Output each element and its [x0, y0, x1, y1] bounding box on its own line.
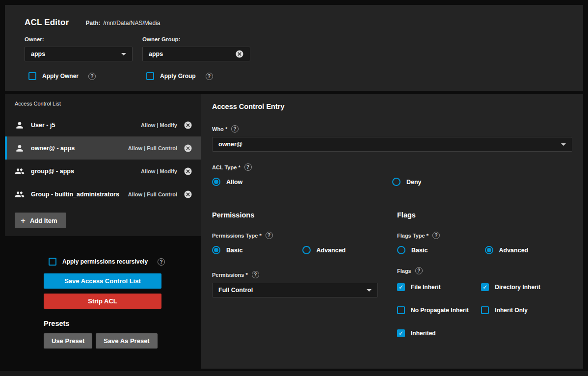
acl-type-label: ACL Type *: [212, 164, 241, 170]
checkbox-icon[interactable]: [146, 72, 154, 80]
radio-icon[interactable]: [485, 246, 493, 254]
apply-owner-checkbox[interactable]: Apply Owner: [25, 72, 133, 80]
checkbox-icon[interactable]: [28, 72, 36, 80]
flag-label: Inherit Only: [495, 307, 528, 314]
who-value: owner@: [218, 141, 242, 148]
strip-acl-button[interactable]: Strip ACL: [44, 294, 161, 309]
flag-checkbox-inherited[interactable]: Inherited: [397, 329, 481, 337]
clear-icon[interactable]: [235, 50, 244, 58]
radio-deny[interactable]: Deny: [392, 178, 572, 186]
checkbox-icon[interactable]: [397, 283, 405, 291]
help-icon[interactable]: [266, 232, 273, 239]
checkbox-icon[interactable]: [481, 306, 489, 314]
radio-flags-advanced[interactable]: Advanced: [485, 246, 573, 254]
flags-title: Flags: [397, 211, 572, 219]
page-title: ACL Editor: [25, 18, 69, 27]
entry-label: User - j5: [31, 122, 55, 129]
apply-group-label: Apply Group: [160, 73, 196, 80]
plus-icon: [21, 216, 26, 225]
owner-group-value: apps: [149, 51, 163, 57]
permissions-type-label: Permissions Type *: [212, 233, 262, 239]
radio-allow-label: Allow: [226, 179, 242, 186]
acl-entry-row[interactable]: User - j5 Allow | Modify: [5, 113, 201, 136]
user-icon: [15, 120, 25, 130]
radio-advanced-label: Advanced: [499, 247, 529, 254]
owner-label: Owner:: [25, 36, 133, 42]
acl-entry-row[interactable]: group@ - apps Allow | Modify: [5, 160, 201, 183]
apply-owner-label: Apply Owner: [42, 73, 79, 80]
entry-title: Access Control Entry: [212, 103, 572, 110]
help-icon[interactable]: [244, 163, 252, 171]
help-icon[interactable]: [206, 73, 213, 80]
group-icon: [15, 166, 25, 176]
flag-label: Directory Inherit: [495, 284, 540, 291]
flags-type-label: Flags Type *: [397, 233, 428, 239]
who-label: Who *: [212, 126, 227, 132]
remove-entry-icon[interactable]: [184, 190, 192, 199]
owner-select[interactable]: apps: [25, 47, 133, 61]
permissions-select[interactable]: Full Control: [212, 283, 378, 297]
flags-type-label-row: Flags Type *: [397, 232, 572, 239]
radio-permissions-advanced[interactable]: Advanced: [302, 246, 393, 254]
help-icon[interactable]: [231, 125, 239, 133]
save-acl-button[interactable]: Save Access Control List: [44, 273, 161, 289]
help-icon[interactable]: [88, 73, 96, 80]
permissions-type-label-row: Permissions Type *: [212, 232, 392, 239]
who-label-row: Who *: [212, 125, 572, 133]
radio-flags-basic[interactable]: Basic: [397, 246, 485, 254]
flags-checkbox-grid: File Inherit Directory Inherit No Propag…: [397, 283, 565, 337]
owner-field: Owner: apps: [25, 36, 133, 61]
acl-entry-row[interactable]: Group - builtin_administrators Allow | F…: [5, 183, 201, 206]
entry-detail: Allow | Modify: [141, 168, 177, 174]
acl-entry-row[interactable]: owner@ - apps Allow | Full Control: [5, 136, 201, 160]
flag-label: File Inherit: [411, 284, 441, 291]
radio-icon[interactable]: [397, 246, 405, 254]
permissions-select-label-row: Permissions *: [212, 271, 392, 278]
acl-list-title: Access Control List: [5, 101, 201, 113]
group-icon: [15, 189, 25, 199]
radio-advanced-label: Advanced: [317, 247, 346, 254]
help-icon[interactable]: [432, 232, 440, 239]
footer-bar: [0, 371, 588, 376]
remove-entry-icon[interactable]: [184, 167, 192, 176]
breadcrumb-path: Path: /mnt/Data/NAS/Media: [85, 20, 160, 27]
acl-type-radio-group: Allow Deny: [212, 178, 572, 186]
add-item-label: Add Item: [30, 217, 57, 224]
use-preset-button[interactable]: Use Preset: [44, 333, 92, 349]
add-item-button[interactable]: Add Item: [15, 213, 66, 228]
remove-entry-icon[interactable]: [184, 144, 192, 153]
radio-icon[interactable]: [212, 246, 220, 254]
checkbox-icon[interactable]: [49, 258, 56, 266]
acl-editor-header: ACL Editor Path: /mnt/Data/NAS/Media Own…: [5, 5, 583, 91]
checkbox-icon[interactable]: [397, 329, 405, 337]
chevron-down-icon: [367, 289, 372, 292]
flag-checkbox-inherit-only[interactable]: Inherit Only: [481, 306, 565, 314]
flag-checkbox-no-propagate-inherit[interactable]: No Propagate Inherit: [397, 306, 481, 314]
flags-type-radio-group: Basic Advanced: [397, 246, 572, 254]
apply-recursive-label: Apply permissions recursively: [62, 258, 148, 265]
apply-recursive-checkbox[interactable]: Apply permissions recursively: [49, 258, 201, 266]
owner-group-field: Owner Group: apps: [142, 36, 250, 61]
owner-group-input[interactable]: apps: [142, 47, 250, 61]
presets-title: Presets: [44, 320, 201, 327]
radio-allow[interactable]: Allow: [212, 178, 392, 186]
flag-label: Inherited: [411, 330, 436, 337]
path-label: Path:: [85, 20, 100, 27]
flag-checkbox-file-inherit[interactable]: File Inherit: [397, 283, 481, 291]
remove-entry-icon[interactable]: [184, 121, 192, 130]
flags-section: Flags Flags Type * Basic Advanced: [392, 211, 572, 337]
radio-icon[interactable]: [392, 178, 401, 186]
flag-checkbox-directory-inherit[interactable]: Directory Inherit: [481, 283, 565, 291]
help-icon[interactable]: [252, 271, 259, 278]
save-as-preset-button[interactable]: Save As Preset: [96, 333, 157, 349]
radio-icon[interactable]: [212, 178, 220, 186]
help-icon[interactable]: [415, 267, 423, 274]
apply-group-checkbox[interactable]: Apply Group: [142, 72, 250, 80]
radio-icon[interactable]: [302, 246, 311, 254]
radio-permissions-basic[interactable]: Basic: [212, 246, 302, 254]
radio-basic-label: Basic: [226, 247, 242, 254]
checkbox-icon[interactable]: [481, 283, 489, 291]
help-icon[interactable]: [158, 258, 165, 266]
who-select[interactable]: owner@: [212, 137, 572, 152]
checkbox-icon[interactable]: [397, 306, 405, 314]
